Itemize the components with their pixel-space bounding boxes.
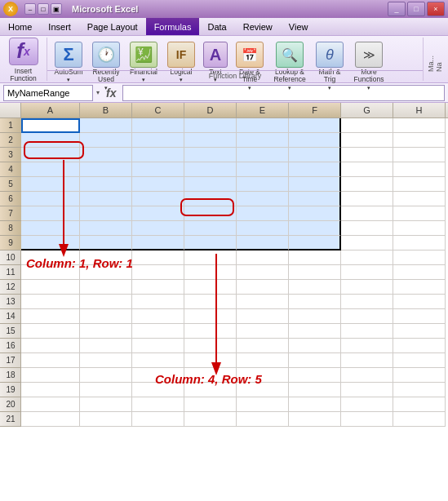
cell-G18[interactable]: [341, 368, 393, 383]
row-header-10[interactable]: 10: [0, 250, 21, 265]
cell-D19[interactable]: [184, 383, 237, 397]
row-header-8[interactable]: 8: [0, 221, 21, 236]
cell-F2[interactable]: [289, 133, 341, 148]
cell-D10[interactable]: [184, 250, 237, 265]
cell-A12[interactable]: [21, 280, 80, 295]
cell-H9[interactable]: [393, 236, 446, 250]
cell-H16[interactable]: [393, 339, 446, 353]
cell-C5[interactable]: [132, 177, 184, 192]
cell-G7[interactable]: [341, 206, 393, 221]
cell-A18[interactable]: [21, 368, 80, 383]
cell-H3[interactable]: [393, 148, 446, 162]
cell-B15[interactable]: [80, 324, 132, 339]
lookup-reference-button[interactable]: 🔍 Lookup & Reference ▾: [269, 39, 310, 94]
col-header-D[interactable]: D: [184, 103, 237, 117]
cell-E17[interactable]: [237, 353, 289, 368]
cell-C4[interactable]: [132, 162, 184, 177]
cell-B20[interactable]: [80, 397, 132, 412]
insert-function-button[interactable]: fx InsertFunction: [2, 33, 45, 86]
cell-E10[interactable]: [237, 250, 289, 265]
cell-E14[interactable]: [237, 309, 289, 324]
ctrl-btn-1[interactable]: –: [24, 3, 36, 15]
title-bar-controls[interactable]: – □ ▣: [24, 3, 62, 15]
row-header-6[interactable]: 6: [0, 192, 21, 206]
cell-H17[interactable]: [393, 353, 446, 368]
cell-D1[interactable]: [184, 118, 237, 133]
cell-H12[interactable]: [393, 280, 446, 295]
cell-F6[interactable]: [289, 192, 341, 206]
cell-B18[interactable]: [80, 368, 132, 383]
cell-D16[interactable]: [184, 339, 237, 353]
cell-E7[interactable]: [237, 206, 289, 221]
cell-F5[interactable]: [289, 177, 341, 192]
col-header-E[interactable]: E: [237, 103, 289, 117]
math-trig-button[interactable]: θ Math & Trig ▾: [312, 39, 348, 94]
cell-B2[interactable]: [80, 133, 132, 148]
cell-B7[interactable]: [80, 206, 132, 221]
cell-F20[interactable]: [289, 397, 341, 412]
cell-B8[interactable]: [80, 221, 132, 236]
cell-A10[interactable]: [21, 250, 80, 265]
cell-E8[interactable]: [237, 221, 289, 236]
cell-E19[interactable]: [237, 383, 289, 397]
cell-E4[interactable]: [237, 162, 289, 177]
cell-D3[interactable]: [184, 148, 237, 162]
cell-A1[interactable]: [21, 118, 80, 133]
cell-F1[interactable]: [289, 118, 341, 133]
cell-C8[interactable]: [132, 221, 184, 236]
cell-H10[interactable]: [393, 250, 446, 265]
row-header-11[interactable]: 11: [0, 265, 21, 280]
cell-H7[interactable]: [393, 206, 446, 221]
minimize-button[interactable]: _: [388, 2, 406, 16]
cell-C2[interactable]: [132, 133, 184, 148]
cell-E5[interactable]: [237, 177, 289, 192]
cell-E13[interactable]: [237, 295, 289, 309]
more-functions-button[interactable]: ≫ More Functions ▾: [349, 39, 388, 94]
maximize-button[interactable]: □: [407, 2, 425, 16]
cell-C18[interactable]: [132, 368, 184, 383]
cell-E18[interactable]: [237, 368, 289, 383]
cell-C20[interactable]: [132, 397, 184, 412]
cell-F14[interactable]: [289, 309, 341, 324]
menu-view[interactable]: View: [281, 18, 317, 35]
row-header-9[interactable]: 9: [0, 236, 21, 250]
cell-E20[interactable]: [237, 397, 289, 412]
cell-E3[interactable]: [237, 148, 289, 162]
cell-C17[interactable]: [132, 353, 184, 368]
cell-D14[interactable]: [184, 309, 237, 324]
row-header-15[interactable]: 15: [0, 324, 21, 339]
cell-D4[interactable]: [184, 162, 237, 177]
cell-F18[interactable]: [289, 368, 341, 383]
cell-C9[interactable]: [132, 236, 184, 250]
cell-D5[interactable]: [184, 177, 237, 192]
cell-B13[interactable]: [80, 295, 132, 309]
row-header-1[interactable]: 1: [0, 118, 21, 133]
col-header-A[interactable]: A: [21, 103, 80, 117]
row-header-2[interactable]: 2: [0, 133, 21, 148]
cell-A7[interactable]: [21, 206, 80, 221]
cell-H11[interactable]: [393, 265, 446, 280]
cell-H20[interactable]: [393, 397, 446, 412]
cell-B3[interactable]: [80, 148, 132, 162]
row-header-17[interactable]: 17: [0, 353, 21, 368]
cell-F10[interactable]: [289, 250, 341, 265]
cell-G9[interactable]: [341, 236, 393, 250]
cell-F16[interactable]: [289, 339, 341, 353]
cell-F11[interactable]: [289, 265, 341, 280]
cell-H15[interactable]: [393, 324, 446, 339]
cell-D9[interactable]: [184, 236, 237, 250]
cell-G10[interactable]: [341, 250, 393, 265]
menu-data[interactable]: Data: [199, 18, 234, 35]
cell-D21[interactable]: [184, 412, 237, 427]
cell-C16[interactable]: [132, 339, 184, 353]
cell-G17[interactable]: [341, 353, 393, 368]
col-header-B[interactable]: B: [80, 103, 132, 117]
recently-used-button[interactable]: 🕐 Recently Used ▾: [88, 39, 124, 94]
cell-H8[interactable]: [393, 221, 446, 236]
cell-F4[interactable]: [289, 162, 341, 177]
cell-E21[interactable]: [237, 412, 289, 427]
cell-G19[interactable]: [341, 383, 393, 397]
window-buttons[interactable]: _ □ ×: [388, 2, 445, 16]
cell-H21[interactable]: [393, 412, 446, 427]
date-time-button[interactable]: 📅 Date & Time ▾: [232, 39, 268, 94]
